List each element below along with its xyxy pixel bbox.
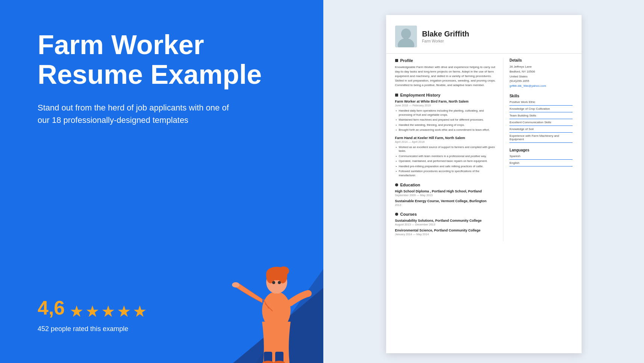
resume-body: Profile Knowledgeable Farm Worker with d… (386, 58, 582, 241)
subtitle-text: Stand out from the herd of job applicant… (38, 101, 233, 126)
languages-section: Languages Spanish English (509, 148, 572, 166)
bullet-item: Brought forth an unwavering work ethic a… (399, 128, 496, 132)
star-5: ★ (133, 302, 147, 321)
details-section-title: Details (509, 58, 572, 62)
resume-header: Blake Griffith Farm Worker (386, 26, 582, 54)
course-2-date: January 2014 — May 2014 (395, 233, 496, 236)
left-panel: Farm Worker Resume Example Stand out fro… (0, 0, 323, 363)
skill-1: Positive Work Ethic (509, 100, 572, 106)
svg-point-19 (401, 29, 411, 39)
svg-point-9 (272, 281, 275, 284)
job-2: Farm Hand at Keeler Hill Farm, North Sal… (395, 136, 496, 178)
star-2: ★ (85, 302, 100, 321)
star-3: ★ (101, 302, 115, 321)
avatar (395, 26, 417, 47)
star-4: ★ (117, 302, 131, 321)
resume-main-column: Profile Knowledgeable Farm Worker with d… (395, 58, 496, 241)
bullet-item: Handled daily farm operations including … (399, 109, 496, 117)
education-section: Education High School Diploma , Portland… (395, 183, 496, 207)
bullet-item: Handled pre-milking preparation and safe… (399, 165, 496, 169)
skills-section: Skills Positive Work Ethic Knowledge of … (509, 94, 572, 143)
bullet-item: Handled the weeding, thinning, and pruni… (399, 123, 496, 127)
edu-1-date: September 2009 — May 2013 (395, 194, 496, 197)
profile-icon (395, 59, 398, 62)
course-1-title: Sustainability Solutions, Portland Commu… (395, 219, 496, 222)
courses-section-title: Courses (395, 212, 496, 216)
profile-text: Knowledgeable Farm Worker with drive and… (395, 65, 496, 88)
bullet-item: Communicated with team members in a prof… (399, 154, 496, 159)
job-2-title: Farm Hand at Keeler Hill Farm, North Sal… (395, 136, 496, 140)
lang-2: English (509, 161, 572, 166)
employment-section: Employment History Farm Worker at White … (395, 93, 496, 177)
profile-section-title: Profile (395, 58, 496, 63)
edu-2: Sustainable Energy Course, Vermont Colle… (395, 199, 496, 207)
resume-header-info: Blake Griffith Farm Worker (422, 30, 470, 43)
course-2: Environmental Science, Portland Communit… (395, 228, 496, 236)
skill-2: Knowledge of Crop Cultivation (509, 107, 572, 112)
main-heading: Farm Worker Resume Example (38, 30, 293, 89)
skill-5: Knowledge of Soil (509, 127, 572, 133)
bullet-item: Maintained farm machines and prepared so… (399, 118, 496, 122)
skills-section-title: Skills (509, 94, 572, 98)
bullet-item: Followed sanitation procedures according… (399, 169, 496, 177)
job-1-date: June 2016 — February 2019 (395, 104, 496, 107)
profile-section: Profile Knowledgeable Farm Worker with d… (395, 58, 496, 88)
heading-line1: Farm Worker (38, 30, 204, 60)
resume-document: Blake Griffith Farm Worker Profile Knowl… (386, 15, 582, 353)
details-section: Details 26 Jeffreys Lane Bedford, NY 105… (509, 58, 572, 89)
edu-2-school: Sustainable Energy Course, Vermont Colle… (395, 199, 496, 203)
education-icon (395, 183, 398, 186)
email-link: grffith.blk_99e@yahoo.com (509, 84, 546, 88)
lang-1: Spanish (509, 154, 572, 160)
edu-2-date: 2013 (395, 203, 496, 207)
edu-1: High School Diploma , Portland High Scho… (395, 189, 496, 197)
svg-point-10 (278, 281, 281, 284)
courses-section: Courses Sustainability Solutions, Portla… (395, 212, 496, 236)
right-panel: Blake Griffith Farm Worker Profile Knowl… (323, 0, 644, 363)
course-1-date: August 2013 — December 2013 (395, 223, 496, 226)
stars-container: ★ ★ ★ ★ ★ (70, 302, 147, 321)
star-1: ★ (70, 302, 84, 321)
bullet-item: Operated, maintained, and performed basi… (399, 159, 496, 163)
resume-name: Blake Griffith (422, 30, 470, 38)
course-1: Sustainability Solutions, Portland Commu… (395, 219, 496, 226)
education-section-title: Education (395, 183, 496, 187)
job-1: Farm Worker at White Bird Farm, North Sa… (395, 100, 496, 132)
languages-section-title: Languages (509, 148, 572, 152)
details-address: 26 Jeffreys Lane Bedford, NY 10506 Unite… (509, 65, 572, 89)
heading-line2: Resume Example (38, 59, 262, 89)
course-2-title: Environmental Science, Portland Communit… (395, 228, 496, 232)
employment-section-title: Employment History (395, 93, 496, 97)
rating-number: 4,6 (38, 296, 65, 319)
illustration-figure (218, 213, 323, 363)
edu-1-school: High School Diploma , Portland High Scho… (395, 189, 496, 193)
employment-icon (395, 94, 398, 97)
job-1-bullets: Handled daily farm operations including … (395, 109, 496, 132)
courses-icon (395, 213, 398, 216)
resume-sidebar-column: Details 26 Jeffreys Lane Bedford, NY 105… (503, 58, 572, 241)
bullet-item: Worked as an excellent source of support… (399, 145, 496, 153)
skill-4: Excellent Communication Skills (509, 121, 572, 126)
skill-3: Team Building Skills (509, 114, 572, 119)
svg-point-6 (266, 268, 275, 283)
job-1-title: Farm Worker at White Bird Farm, North Sa… (395, 100, 496, 103)
job-2-date: April 2014 — April 2016 (395, 140, 496, 144)
svg-point-8 (279, 266, 289, 275)
job-2-bullets: Worked as an excellent source of support… (395, 145, 496, 178)
resume-job-title: Farm Worker (422, 39, 470, 43)
skill-6: Experience with Farm Machinery and Equip… (509, 134, 572, 143)
svg-point-11 (232, 282, 239, 287)
